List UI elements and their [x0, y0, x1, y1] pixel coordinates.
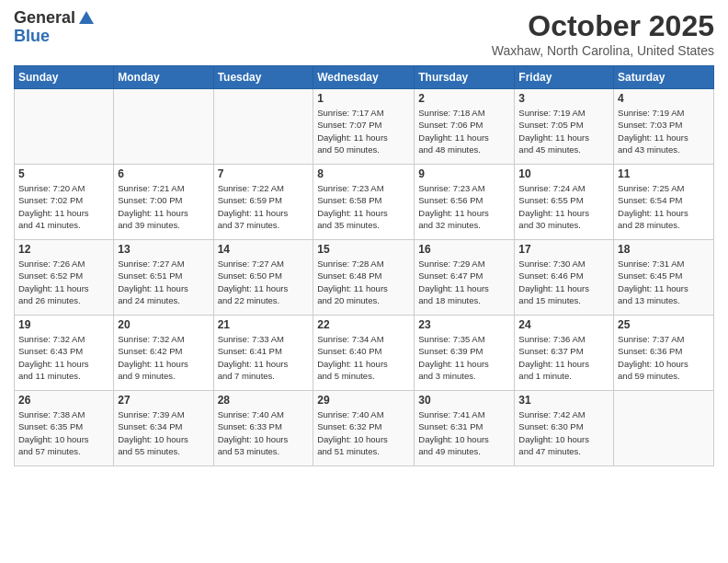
calendar-cell: 18Sunrise: 7:31 AM Sunset: 6:45 PM Dayli… — [614, 240, 714, 316]
day-info: Sunrise: 7:21 AM Sunset: 7:00 PM Dayligh… — [118, 182, 209, 231]
day-number: 28 — [218, 394, 310, 407]
day-number: 21 — [218, 318, 310, 331]
day-info: Sunrise: 7:28 AM Sunset: 6:48 PM Dayligh… — [317, 258, 410, 306]
title-block: October 2025 Waxhaw, North Carolina, Uni… — [492, 9, 714, 58]
day-number: 18 — [618, 243, 710, 256]
calendar-cell: 7Sunrise: 7:22 AM Sunset: 6:59 PM Daylig… — [213, 165, 313, 240]
day-info: Sunrise: 7:27 AM Sunset: 6:50 PM Dayligh… — [218, 258, 310, 306]
calendar-week-row: 1Sunrise: 7:17 AM Sunset: 7:07 PM Daylig… — [15, 89, 714, 165]
calendar-page: General Blue October 2025 Waxhaw, North … — [0, 0, 728, 563]
weekday-header: Sunday — [15, 66, 114, 89]
logo-icon — [77, 9, 96, 28]
logo-blue: Blue — [14, 28, 96, 46]
calendar-cell: 5Sunrise: 7:20 AM Sunset: 7:02 PM Daylig… — [15, 165, 114, 240]
day-info: Sunrise: 7:32 AM Sunset: 6:42 PM Dayligh… — [118, 333, 209, 382]
calendar-cell: 3Sunrise: 7:19 AM Sunset: 7:05 PM Daylig… — [515, 89, 614, 165]
calendar-cell: 28Sunrise: 7:40 AM Sunset: 6:33 PM Dayli… — [213, 391, 313, 466]
calendar-cell: 8Sunrise: 7:23 AM Sunset: 6:58 PM Daylig… — [313, 165, 415, 240]
calendar-cell: 12Sunrise: 7:26 AM Sunset: 6:52 PM Dayli… — [15, 240, 114, 316]
calendar-cell: 23Sunrise: 7:35 AM Sunset: 6:39 PM Dayli… — [415, 316, 515, 391]
day-number: 17 — [518, 243, 609, 256]
day-info: Sunrise: 7:39 AM Sunset: 6:34 PM Dayligh… — [118, 408, 209, 457]
weekday-header: Wednesday — [313, 66, 415, 89]
calendar-cell: 22Sunrise: 7:34 AM Sunset: 6:40 PM Dayli… — [313, 316, 415, 391]
day-number: 16 — [418, 243, 510, 256]
weekday-header-row: SundayMondayTuesdayWednesdayThursdayFrid… — [15, 66, 714, 89]
day-info: Sunrise: 7:19 AM Sunset: 7:03 PM Dayligh… — [618, 107, 710, 155]
day-number: 7 — [218, 167, 310, 180]
day-number: 30 — [418, 394, 510, 407]
day-number: 24 — [518, 318, 609, 331]
day-number: 11 — [618, 167, 710, 180]
day-info: Sunrise: 7:36 AM Sunset: 6:37 PM Dayligh… — [518, 333, 609, 382]
day-info: Sunrise: 7:40 AM Sunset: 6:32 PM Dayligh… — [317, 408, 410, 457]
day-number: 9 — [418, 167, 510, 180]
weekday-header: Friday — [515, 66, 614, 89]
day-number: 29 — [317, 394, 410, 407]
day-info: Sunrise: 7:27 AM Sunset: 6:51 PM Dayligh… — [118, 258, 209, 306]
calendar-cell — [114, 89, 213, 165]
day-number: 6 — [118, 167, 209, 180]
day-number: 5 — [18, 167, 109, 180]
day-info: Sunrise: 7:20 AM Sunset: 7:02 PM Dayligh… — [18, 182, 109, 231]
day-number: 13 — [118, 243, 209, 256]
day-info: Sunrise: 7:30 AM Sunset: 6:46 PM Dayligh… — [518, 258, 609, 306]
day-number: 23 — [418, 318, 510, 331]
calendar-cell: 24Sunrise: 7:36 AM Sunset: 6:37 PM Dayli… — [515, 316, 614, 391]
day-info: Sunrise: 7:22 AM Sunset: 6:59 PM Dayligh… — [218, 182, 310, 231]
day-info: Sunrise: 7:23 AM Sunset: 6:56 PM Dayligh… — [418, 182, 510, 231]
calendar-cell: 13Sunrise: 7:27 AM Sunset: 6:51 PM Dayli… — [114, 240, 213, 316]
calendar-cell: 1Sunrise: 7:17 AM Sunset: 7:07 PM Daylig… — [313, 89, 415, 165]
calendar-cell: 11Sunrise: 7:25 AM Sunset: 6:54 PM Dayli… — [614, 165, 714, 240]
day-number: 15 — [317, 243, 410, 256]
calendar-cell: 30Sunrise: 7:41 AM Sunset: 6:31 PM Dayli… — [415, 391, 515, 466]
day-info: Sunrise: 7:31 AM Sunset: 6:45 PM Dayligh… — [618, 258, 710, 306]
calendar-cell: 29Sunrise: 7:40 AM Sunset: 6:32 PM Dayli… — [313, 391, 415, 466]
calendar-cell: 19Sunrise: 7:32 AM Sunset: 6:43 PM Dayli… — [15, 316, 114, 391]
day-info: Sunrise: 7:40 AM Sunset: 6:33 PM Dayligh… — [218, 408, 310, 457]
weekday-header: Tuesday — [213, 66, 313, 89]
day-info: Sunrise: 7:25 AM Sunset: 6:54 PM Dayligh… — [618, 182, 710, 231]
day-number: 31 — [518, 394, 609, 407]
calendar-cell: 25Sunrise: 7:37 AM Sunset: 6:36 PM Dayli… — [614, 316, 714, 391]
calendar-cell: 31Sunrise: 7:42 AM Sunset: 6:30 PM Dayli… — [515, 391, 614, 466]
calendar-cell: 4Sunrise: 7:19 AM Sunset: 7:03 PM Daylig… — [614, 89, 714, 165]
calendar-cell: 16Sunrise: 7:29 AM Sunset: 6:47 PM Dayli… — [415, 240, 515, 316]
day-info: Sunrise: 7:26 AM Sunset: 6:52 PM Dayligh… — [18, 258, 109, 306]
weekday-header: Saturday — [614, 66, 714, 89]
day-number: 12 — [18, 243, 109, 256]
day-info: Sunrise: 7:41 AM Sunset: 6:31 PM Dayligh… — [418, 408, 510, 457]
day-info: Sunrise: 7:17 AM Sunset: 7:07 PM Dayligh… — [317, 107, 410, 155]
weekday-header: Thursday — [415, 66, 515, 89]
day-info: Sunrise: 7:29 AM Sunset: 6:47 PM Dayligh… — [418, 258, 510, 306]
weekday-header: Monday — [114, 66, 213, 89]
header: General Blue October 2025 Waxhaw, North … — [14, 9, 714, 58]
day-number: 26 — [18, 394, 109, 407]
calendar-cell: 26Sunrise: 7:38 AM Sunset: 6:35 PM Dayli… — [15, 391, 114, 466]
day-number: 1 — [317, 92, 410, 105]
day-number: 14 — [218, 243, 310, 256]
day-number: 20 — [118, 318, 209, 331]
location: Waxhaw, North Carolina, United States — [492, 43, 714, 58]
calendar-cell: 6Sunrise: 7:21 AM Sunset: 7:00 PM Daylig… — [114, 165, 213, 240]
calendar-cell — [15, 89, 114, 165]
day-info: Sunrise: 7:42 AM Sunset: 6:30 PM Dayligh… — [518, 408, 609, 457]
day-number: 10 — [518, 167, 609, 180]
day-number: 3 — [518, 92, 609, 105]
calendar-cell: 14Sunrise: 7:27 AM Sunset: 6:50 PM Dayli… — [213, 240, 313, 316]
day-info: Sunrise: 7:38 AM Sunset: 6:35 PM Dayligh… — [18, 408, 109, 457]
day-number: 8 — [317, 167, 410, 180]
day-info: Sunrise: 7:23 AM Sunset: 6:58 PM Dayligh… — [317, 182, 410, 231]
calendar-cell: 20Sunrise: 7:32 AM Sunset: 6:42 PM Dayli… — [114, 316, 213, 391]
day-info: Sunrise: 7:34 AM Sunset: 6:40 PM Dayligh… — [317, 333, 410, 382]
calendar-cell — [614, 391, 714, 466]
calendar-cell: 10Sunrise: 7:24 AM Sunset: 6:55 PM Dayli… — [515, 165, 614, 240]
day-info: Sunrise: 7:33 AM Sunset: 6:41 PM Dayligh… — [218, 333, 310, 382]
calendar-cell: 27Sunrise: 7:39 AM Sunset: 6:34 PM Dayli… — [114, 391, 213, 466]
logo-general: General — [14, 9, 75, 28]
month-title: October 2025 — [492, 9, 714, 43]
calendar-cell: 15Sunrise: 7:28 AM Sunset: 6:48 PM Dayli… — [313, 240, 415, 316]
calendar-cell — [213, 89, 313, 165]
calendar-week-row: 5Sunrise: 7:20 AM Sunset: 7:02 PM Daylig… — [15, 165, 714, 240]
calendar-cell: 21Sunrise: 7:33 AM Sunset: 6:41 PM Dayli… — [213, 316, 313, 391]
